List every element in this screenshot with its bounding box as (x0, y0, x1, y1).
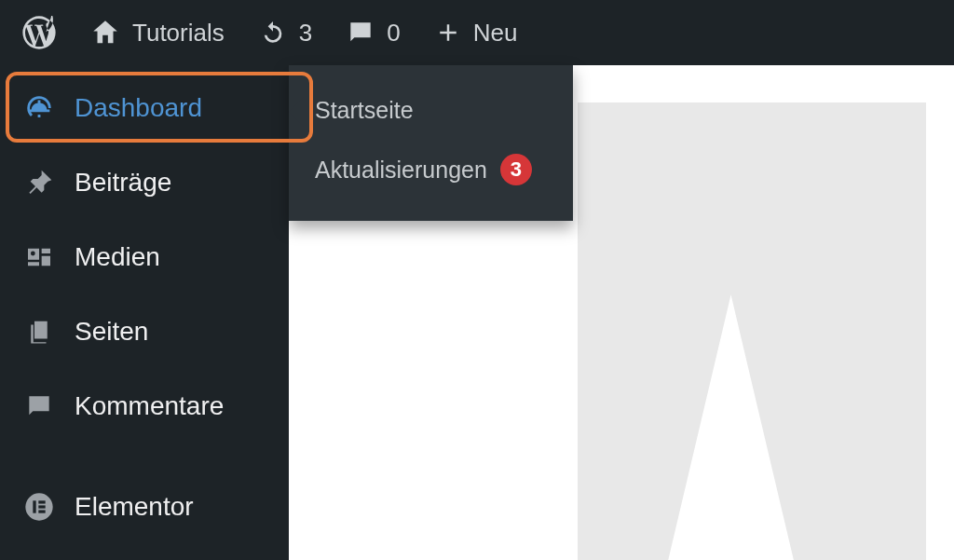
svg-point-0 (31, 252, 35, 256)
sidebar-item-label: Dashboard (75, 93, 202, 123)
content-placeholder-graphic (578, 102, 926, 560)
svg-rect-3 (38, 500, 45, 503)
new-content-label: Neu (473, 19, 518, 48)
svg-rect-4 (38, 505, 45, 508)
elementor-icon (22, 492, 56, 522)
comments-menu[interactable]: 0 (329, 0, 416, 65)
home-icon (89, 17, 121, 48)
sidebar-item-posts[interactable]: Beiträge (0, 145, 289, 220)
site-name-menu[interactable]: Tutorials (73, 0, 241, 65)
sidebar-item-label: Elementor (75, 492, 194, 522)
sidebar-item-templates[interactable]: Templates (0, 544, 289, 560)
pages-icon (22, 318, 56, 346)
menu-separator (0, 444, 289, 470)
refresh-icon (258, 18, 288, 48)
sidebar-item-label: Kommentare (75, 391, 224, 421)
sidebar-item-dashboard[interactable]: Dashboard (0, 71, 289, 145)
sidebar-item-pages[interactable]: Seiten (0, 294, 289, 369)
comment-icon (346, 18, 375, 48)
sidebar-item-elementor[interactable]: Elementor (0, 470, 289, 544)
updates-count: 3 (299, 19, 312, 48)
update-count-badge: 3 (500, 154, 532, 185)
sidebar-item-label: Medien (75, 242, 160, 272)
flyout-item-label: Aktualisierungen (315, 157, 487, 184)
admin-sidebar: Dashboard Beiträge Medien Seiten Komment… (0, 65, 289, 560)
site-name-label: Tutorials (132, 19, 225, 48)
sidebar-item-label: Seiten (75, 317, 148, 347)
updates-menu[interactable]: 3 (241, 0, 329, 65)
sidebar-item-label: Beiträge (75, 168, 171, 198)
flyout-item-aktualisierungen[interactable]: Aktualisierungen 3 (289, 139, 573, 200)
pushpin-icon (22, 168, 56, 198)
wordpress-logo-icon (22, 16, 56, 49)
comment-icon (22, 391, 56, 421)
wordpress-logo-menu[interactable] (6, 0, 73, 65)
flyout-item-label: Startseite (315, 97, 414, 124)
dashboard-icon (22, 92, 56, 124)
comments-count: 0 (387, 19, 400, 48)
media-icon (22, 242, 56, 272)
plus-icon (434, 19, 462, 47)
svg-rect-2 (33, 500, 35, 512)
admin-toolbar: Tutorials 3 0 Neu (0, 0, 954, 65)
flyout-item-startseite[interactable]: Startseite (289, 82, 573, 139)
sidebar-item-comments[interactable]: Kommentare (0, 369, 289, 444)
svg-rect-5 (38, 510, 45, 512)
sidebar-item-media[interactable]: Medien (0, 220, 289, 294)
new-content-menu[interactable]: Neu (417, 0, 535, 65)
dashboard-flyout-submenu: Startseite Aktualisierungen 3 (289, 65, 573, 221)
